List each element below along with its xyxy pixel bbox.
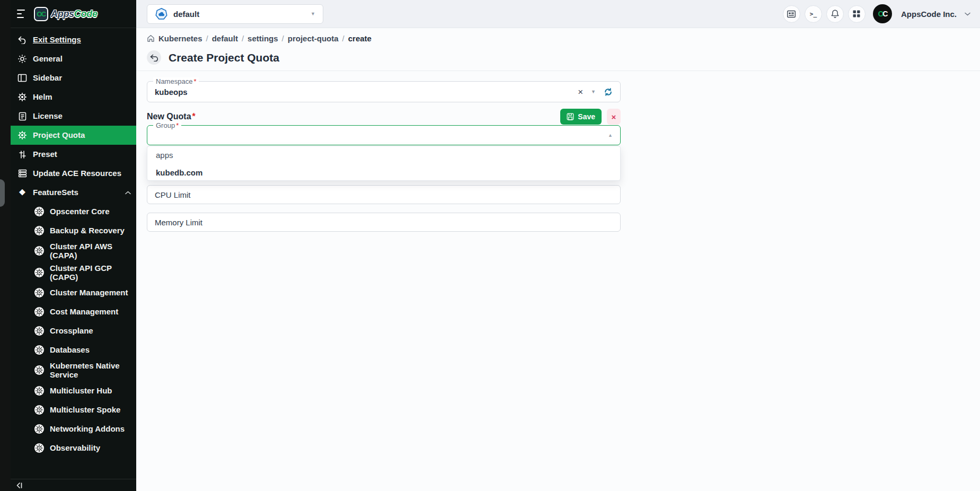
sidebar-item-networking-addons[interactable]: Networking Addons [11, 419, 136, 439]
breadcrumb-item[interactable]: settings [248, 34, 278, 43]
cluster-select[interactable]: default ▼ [147, 4, 323, 24]
grid-icon [852, 10, 861, 18]
featuresets-diamonds-icon: ❖ [17, 188, 27, 197]
group-input[interactable] [155, 126, 608, 145]
sidebar-item-preset[interactable]: Preset [11, 145, 136, 164]
save-floppy-icon [567, 113, 574, 120]
chevron-up-icon[interactable] [125, 191, 131, 195]
apps-grid-button[interactable] [848, 5, 866, 23]
notifications-button[interactable] [826, 5, 844, 23]
org-avatar[interactable]: OC [873, 4, 892, 23]
create-quota-form: Namespace* × ▼ New Quota* Save [147, 81, 621, 232]
new-quota-header: New Quota* Save × [147, 109, 621, 125]
news-card-icon [787, 10, 796, 19]
sidebar-item-project-quota[interactable]: Project Quota [11, 126, 136, 145]
memory-limit-field[interactable] [147, 213, 621, 232]
back-arrow-icon [150, 54, 158, 62]
news-panel-button[interactable] [783, 5, 800, 23]
kubernetes-feature-icon [34, 345, 45, 355]
group-label: Group* [153, 121, 181, 129]
kubernetes-feature-icon [34, 405, 45, 415]
kubernetes-feature-icon [34, 385, 45, 396]
sidebar-item-general[interactable]: General [11, 49, 136, 68]
sidebar-item-backup-recovery[interactable]: Backup & Recovery [11, 221, 136, 240]
remove-quota-button[interactable]: × [607, 109, 621, 125]
sidebar-menu: Exit Settings General Sidebar Helm Licen [11, 28, 136, 479]
sidebar-item-helm[interactable]: Helm [11, 87, 136, 107]
required-asterisk: * [192, 112, 196, 121]
sidebar-item-featuresets[interactable]: ❖ FeatureSets [11, 183, 136, 202]
layout-sidebar-icon [17, 74, 27, 82]
sidebar-item-databases[interactable]: Databases [11, 340, 136, 360]
sidebar-item-observability[interactable]: Observability [11, 439, 136, 458]
kubernetes-feature-icon [34, 287, 45, 298]
appscode-logo[interactable]: OC AppsCode [34, 7, 98, 21]
breadcrumb-item[interactable]: default [212, 34, 238, 43]
clear-icon[interactable]: × [578, 87, 583, 97]
sidebar-item-cost-management[interactable]: Cost Management [11, 302, 136, 321]
group-field[interactable]: Group* ▲ [147, 125, 621, 145]
cloud-cluster-icon [155, 7, 168, 21]
memory-limit-input[interactable] [155, 213, 613, 231]
quota-actions: Save × [560, 109, 621, 125]
undo-arrow-icon [17, 36, 27, 44]
breadcrumb-separator: / [242, 34, 244, 43]
sidebar-item-sidebar[interactable]: Sidebar [11, 68, 136, 87]
sidebar-footer [11, 479, 136, 491]
org-name[interactable]: AppsCode Inc. [901, 10, 957, 19]
server-stack-icon [17, 169, 27, 178]
sidebar-item-cluster-api-gcp[interactable]: Cluster API GCP (CAPG) [11, 262, 136, 284]
breadcrumb-item[interactable]: Kubernetes [158, 34, 202, 43]
sidebar-item-crossplane[interactable]: Crossplane [11, 321, 136, 340]
kubernetes-feature-icon [34, 326, 45, 336]
terminal-button[interactable]: >_ [805, 5, 822, 23]
sidebar-item-update-ace-resources[interactable]: Update ACE Resources [11, 164, 136, 183]
kubernetes-feature-icon [34, 245, 45, 256]
save-button[interactable]: Save [560, 109, 602, 125]
sidebar-item-cluster-api-aws[interactable]: Cluster API AWS (CAPA) [11, 240, 136, 262]
main-area: default ▼ >_ OC AppsCode Inc. [136, 0, 980, 491]
rail-drag-handle[interactable] [0, 179, 5, 207]
namespace-controls: × ▼ [578, 87, 613, 97]
sidebar-item-opscenter-core[interactable]: Opscenter Core [11, 202, 136, 221]
page-header: Create Project Quota [136, 50, 980, 71]
sidebar-item-multicluster-spoke[interactable]: Multicluster Spoke [11, 400, 136, 419]
caret-up-icon[interactable]: ▲ [608, 133, 613, 138]
kubernetes-feature-icon [34, 206, 45, 217]
breadcrumb-separator: / [206, 34, 208, 43]
left-rail [0, 0, 11, 491]
sidebar-item-multicluster-hub[interactable]: Multicluster Hub [11, 381, 136, 400]
back-button[interactable] [147, 50, 161, 65]
kubernetes-feature-icon [34, 365, 45, 375]
refresh-icon[interactable] [604, 87, 613, 97]
caret-down-icon[interactable]: ▼ [591, 89, 596, 94]
topbar: default ▼ >_ OC AppsCode Inc. [136, 0, 980, 28]
required-asterisk: * [193, 77, 196, 85]
home-icon[interactable] [147, 34, 155, 42]
quota-wheel-icon [17, 130, 27, 140]
cpu-limit-input[interactable] [155, 186, 613, 204]
breadcrumb-item[interactable]: project-quota [288, 34, 339, 43]
cpu-limit-field[interactable] [147, 185, 621, 204]
appscode-logo-mark-icon: OC [34, 7, 48, 21]
terminal-icon: >_ [810, 11, 817, 17]
chevron-down-icon[interactable] [965, 12, 970, 16]
breadcrumb-item-current: create [348, 34, 372, 43]
menu-toggle-icon[interactable] [17, 10, 28, 18]
collapse-sidebar-icon[interactable] [16, 482, 23, 489]
namespace-label: Namespace* [153, 77, 199, 85]
namespace-field[interactable]: Namespace* × ▼ [147, 81, 621, 102]
close-icon: × [612, 112, 616, 121]
namespace-input[interactable] [155, 82, 578, 102]
sliders-icon [17, 150, 27, 159]
group-option-kubedb[interactable]: kubedb.com [147, 164, 620, 181]
sidebar-item-cluster-management[interactable]: Cluster Management [11, 283, 136, 302]
sidebar-item-license[interactable]: License [11, 107, 136, 126]
sidebar-item-kubernetes-native-service[interactable]: Kubernetes Native Service [11, 360, 136, 381]
caret-down-icon: ▼ [311, 11, 315, 16]
appscode-logo-text: AppsCode [51, 8, 98, 20]
group-option-apps[interactable]: apps [147, 146, 620, 164]
sidebar-item-exit-settings[interactable]: Exit Settings [11, 30, 136, 49]
content: Kubernetes / default / settings / projec… [136, 28, 980, 491]
gear-icon [17, 54, 27, 64]
